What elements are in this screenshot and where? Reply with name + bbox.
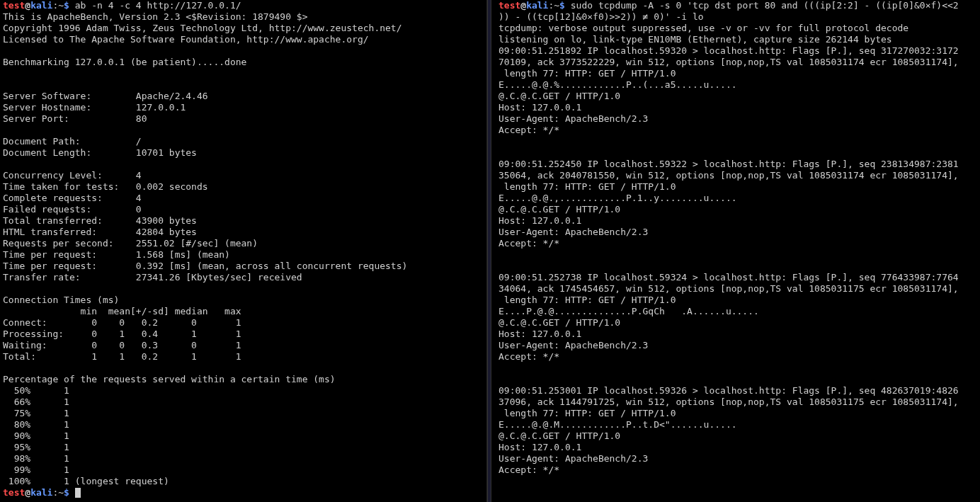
output-line: HTML transferred: 42804 bytes [3,227,197,237]
output-line: 34064, ack 1745454657, win 512, options … [498,283,959,294]
output-line: Transfer rate: 27341.26 [Kbytes/sec] rec… [3,272,302,283]
output-line: Total: 1 1 0.2 1 1 [3,351,241,362]
output-line: Document Length: 10701 bytes [3,147,197,158]
prompt-line: test@kali:~$ sudo tcpdump -A -s 0 'tcp d… [498,0,959,11]
output-line: Percentage of the requests served within… [3,374,336,384]
output-line: Server Software: Apache/2.4.46 [3,91,208,101]
output-line: Host: 127.0.0.1 [498,102,581,113]
output-line: Benchmarking 127.0.0.1 (be patient).....… [3,57,246,67]
output-line: length 77: HTTP: GET / HTTP/1.0 [498,295,676,305]
output-line: Total transferred: 43900 bytes [3,215,197,226]
output-line: Connect: 0 0 0.2 0 1 [3,317,241,328]
output-line: 70109, ack 3773522229, win 512, options … [498,57,959,67]
prompt-at: @ [25,0,30,11]
output-line: length 77: HTTP: GET / HTTP/1.0 [498,181,676,192]
output-line: 66% 1 [3,397,69,407]
output-line: User-Agent: ApacheBench/2.3 [498,227,648,237]
prompt-line: test@kali:~$ ab -n 4 -c 4 http://127.0.0… [3,0,241,11]
output-line: E....P.@.@..............P.GqCh .A......u… [498,306,759,316]
prompt-path: :~ [52,487,64,498]
output-line: @.C.@.C.GET / HTTP/1.0 [498,91,620,101]
prompt-user: test [3,487,25,498]
output-line: User-Agent: ApacheBench/2.3 [498,113,648,124]
output-line: Time per request: 0.392 [ms] (mean, acro… [3,261,407,271]
prompt-line[interactable]: test@kali:~$ [3,487,81,498]
prompt-host: kali [30,0,52,11]
prompt-dollar: $ [64,487,75,498]
output-line: This is ApacheBench, Version 2.3 <$Revis… [3,11,307,22]
output-line: Waiting: 0 0 0.3 0 1 [3,340,241,350]
output-line: Server Hostname: 127.0.0.1 [3,102,186,113]
output-line: 09:00:51.252738 IP localhost.59324 > loc… [498,272,959,283]
output-line: Time per request: 1.568 [ms] (mean) [3,249,230,260]
prompt-user: test [3,0,25,11]
output-line: 75% 1 [3,408,69,418]
prompt-user: test [498,0,520,11]
output-line: Failed requests: 0 [3,204,142,215]
output-line: E.....@.@.,............P.1..y........u..… [498,193,737,203]
tcpdump-command-wrap: )) - ((tcp[12]&0×f0)>>2)) ≠ 0)' -i lo [498,11,704,22]
output-line: listening on lo, link-type EN10MB (Ether… [498,34,892,45]
output-line: Connection Times (ms) [3,295,119,305]
output-line: length 77: HTTP: GET / HTTP/1.0 [498,68,676,79]
output-line: 09:00:51.252450 IP localhost.59322 > loc… [498,159,959,169]
ab-command: ab -n 4 -c 4 http://127.0.0.1/ [75,0,241,11]
prompt-host: kali [30,487,52,498]
prompt-at: @ [25,487,30,498]
output-line: @.C.@.C.GET / HTTP/1.0 [498,204,620,215]
prompt-dollar: $ [64,0,75,11]
output-line: 99% 1 [3,464,69,475]
output-line: tcpdump: verbose output suppressed, use … [498,23,908,33]
prompt-dollar: $ [559,0,571,11]
left-terminal-pane[interactable]: test@kali:~$ ab -n 4 -c 4 http://127.0.0… [0,0,487,502]
output-line: @.C.@.C.GET / HTTP/1.0 [498,430,620,441]
output-line: 100% 1 (longest request) [3,476,169,486]
output-line: 09:00:51.253001 IP localhost.59326 > loc… [498,385,959,396]
output-line: Server Port: 80 [3,113,147,124]
output-line: Time taken for tests: 0.002 seconds [3,181,208,192]
tcpdump-command: sudo tcpdump -A -s 0 'tcp dst port 80 an… [571,0,959,11]
output-line: Processing: 0 1 0.4 1 1 [3,329,241,339]
prompt-path: :~ [548,0,559,11]
output-line: length 77: HTTP: GET / HTTP/1.0 [498,408,676,418]
output-line: 50% 1 [3,385,69,396]
output-line: User-Agent: ApacheBench/2.3 [498,340,648,350]
right-terminal-pane[interactable]: test@kali:~$ sudo tcpdump -A -s 0 'tcp d… [491,0,980,502]
output-line: 35064, ack 2040781550, win 512, options … [498,170,959,181]
output-line: 90% 1 [3,430,69,441]
output-line: 95% 1 [3,442,69,452]
output-line: Accept: */* [498,125,559,135]
output-line: Copyright 1996 Adam Twiss, Zeus Technolo… [3,23,402,33]
output-line: min mean[+/-sd] median max [3,306,241,316]
output-line: User-Agent: ApacheBench/2.3 [498,453,648,464]
prompt-host: kali [526,0,548,11]
prompt-path: :~ [52,0,64,11]
output-line: Requests per second: 2551.02 [#/sec] (me… [3,238,258,249]
output-line: 37096, ack 1144791725, win 512, options … [498,397,959,407]
output-line: @.C.@.C.GET / HTTP/1.0 [498,317,620,328]
output-line: Complete requests: 4 [3,193,142,203]
output-line: Host: 127.0.0.1 [498,329,581,339]
output-line: Host: 127.0.0.1 [498,442,581,452]
output-line: E.....@.@.M............P..t.D<"......u..… [498,419,737,430]
output-line: Host: 127.0.0.1 [498,215,581,226]
output-line: Document Path: / [3,136,142,147]
prompt-at: @ [520,0,526,11]
output-line: 09:00:51.251892 IP localhost.59320 > loc… [498,45,959,56]
output-line: Accept: */* [498,238,559,249]
cursor-icon [75,488,81,498]
output-line: 80% 1 [3,419,69,430]
output-line: 98% 1 [3,453,69,464]
output-line: Accept: */* [498,464,559,475]
output-line: Licensed to The Apache Software Foundati… [3,34,369,45]
output-line: Accept: */* [498,351,559,362]
output-line: Concurrency Level: 4 [3,170,142,181]
output-line: E.....@.@.%............P..(...a5.....u..… [498,79,737,90]
